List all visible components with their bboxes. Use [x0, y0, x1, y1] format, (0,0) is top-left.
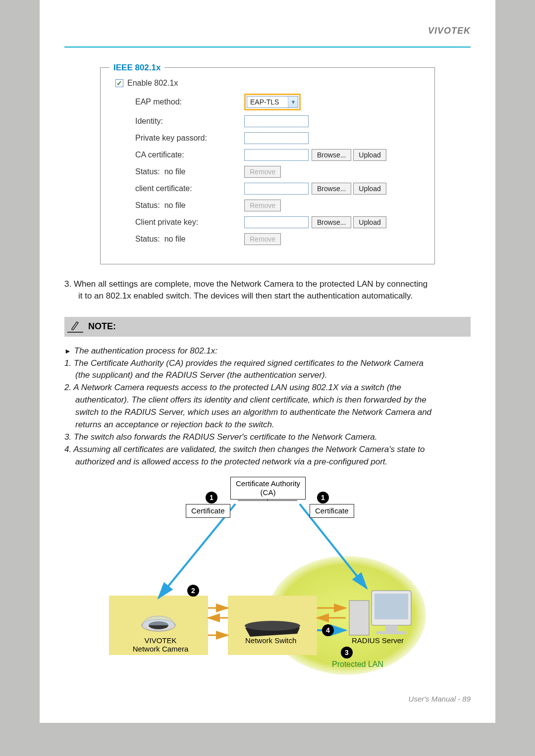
- page-container: VIVOTEK IEEE 802.1x ✓ Enable 802.1x EAP …: [40, 0, 495, 723]
- client-cert-status-row: Status: no file Remove: [115, 200, 420, 211]
- client-cert-browse-button[interactable]: Browse...: [312, 183, 351, 195]
- note-bar: NOTE:: [64, 317, 471, 337]
- chevron-down-icon: ▼: [288, 97, 298, 107]
- private-key-pw-label: Private key passord:: [115, 134, 244, 143]
- enable-8021x-label: Enable 802.1x: [127, 79, 178, 88]
- protected-lan-label: Protected LAN: [332, 660, 383, 669]
- network-switch-label: Network Switch: [245, 636, 296, 645]
- client-pk-status-row: Status: no file Remove: [115, 233, 420, 245]
- svg-marker-0: [72, 322, 78, 330]
- note-p1b: (the supplicant) and the RADIUS Server (…: [64, 370, 471, 381]
- footer-page: 89: [462, 695, 471, 703]
- step-1-right: 1: [317, 492, 329, 504]
- auth-diagram: Certificate Authority(CA) Certificate Ce…: [109, 477, 426, 685]
- step-1-left: 1: [206, 492, 217, 504]
- ca-cert-row: CA certificate: Browse... Upload: [115, 149, 420, 161]
- client-pk-upload-button[interactable]: Upload: [353, 216, 386, 228]
- svg-line-1: [159, 504, 235, 598]
- identity-row: Identity:: [115, 115, 420, 127]
- header-divider: [64, 47, 471, 48]
- ca-cert-upload-button[interactable]: Upload: [353, 149, 386, 161]
- ca-box: Certificate Authority(CA): [230, 477, 306, 500]
- identity-label: Identity:: [115, 117, 244, 126]
- svg-rect-17: [385, 625, 397, 631]
- ca-cert-file-input[interactable]: [244, 149, 309, 161]
- note-p2b: authenticator). The client offers its id…: [64, 395, 471, 406]
- note-p2d: returns an acceptance or rejection back …: [64, 419, 471, 431]
- ca-cert-label: CA certificate:: [115, 151, 244, 159]
- step-3-text: 3. When all settings are complete, move …: [64, 278, 471, 302]
- client-pk-file-input[interactable]: [244, 216, 309, 228]
- cert-right-box: Certificate: [310, 504, 354, 518]
- eap-method-row: EAP method: EAP-TLS ▼: [115, 94, 420, 110]
- ca-cert-browse-button[interactable]: Browse...: [312, 149, 351, 161]
- svg-rect-16: [374, 594, 408, 619]
- ca-cert-status-row: Status: no file Remove: [115, 166, 420, 178]
- switch-icon: [243, 613, 302, 639]
- client-cert-remove-button[interactable]: Remove: [244, 200, 281, 211]
- ca-cert-status-label: Status: no file: [115, 167, 244, 176]
- footer-text: User's Manual -: [409, 695, 463, 703]
- client-pk-remove-button[interactable]: Remove: [244, 233, 281, 245]
- eap-method-value: EAP-TLS: [247, 98, 288, 106]
- private-key-pw-row: Private key passord:: [115, 132, 420, 144]
- enable-8021x-checkbox[interactable]: ✓: [115, 79, 123, 87]
- note-p4a: 4. Assuming all certificates are validat…: [64, 444, 471, 455]
- client-cert-status-label: Status: no file: [115, 201, 244, 210]
- note-title: NOTE:: [88, 321, 116, 332]
- client-pk-row: Client private key: Browse... Upload: [115, 216, 420, 228]
- client-cert-file-input[interactable]: [244, 183, 309, 195]
- ieee-8021x-fieldset: IEEE 802.1x ✓ Enable 802.1x EAP method: …: [100, 67, 435, 264]
- vivotek-camera-label: VIVOTEKNetwork Camera: [126, 636, 195, 653]
- client-cert-label: client certificate:: [115, 184, 244, 193]
- fieldset-legend: IEEE 802.1x: [109, 63, 164, 73]
- note-body: The authentication process for 802.1x: 1…: [64, 346, 471, 468]
- note-p3: 3. The switch also forwards the RADIUS S…: [64, 432, 471, 443]
- private-key-pw-input[interactable]: [244, 132, 309, 144]
- cert-left-box: Certificate: [186, 504, 230, 518]
- svg-point-13: [245, 621, 300, 631]
- client-pk-status-label: Status: no file: [115, 235, 244, 244]
- step-4: 4: [322, 624, 334, 636]
- note-p4b: authorized and is allowed access to the …: [64, 456, 471, 468]
- note-p1a: 1. The Certificate Authority (CA) provid…: [64, 358, 471, 369]
- client-pk-label: Client private key:: [115, 218, 244, 227]
- footer: User's Manual - 89: [409, 695, 471, 703]
- camera-icon: [139, 603, 178, 634]
- radius-server-icon: [347, 581, 416, 642]
- eap-method-label: EAP method:: [115, 98, 244, 106]
- pencil-icon: [67, 320, 83, 333]
- note-p2a: 2. A Network Camera requests access to t…: [64, 382, 471, 394]
- client-pk-browse-button[interactable]: Browse...: [312, 216, 351, 228]
- enable-8021x-row: ✓ Enable 802.1x: [115, 79, 420, 88]
- note-intro: The authentication process for 802.1x:: [64, 346, 471, 357]
- svg-rect-14: [349, 601, 369, 635]
- eap-method-select[interactable]: EAP-TLS ▼: [247, 96, 298, 108]
- svg-rect-18: [376, 631, 406, 634]
- brand-label: VIVOTEK: [428, 26, 471, 36]
- client-cert-upload-button[interactable]: Upload: [353, 183, 386, 195]
- ca-cert-remove-button[interactable]: Remove: [244, 166, 281, 178]
- eap-method-highlight: EAP-TLS ▼: [244, 94, 301, 110]
- step-2: 2: [187, 585, 199, 597]
- radius-server-label: RADIUS Server: [352, 636, 404, 645]
- note-p2c: switch to the RADIUS Server, which uses …: [64, 407, 471, 418]
- step-3: 3: [341, 647, 353, 658]
- client-cert-row: client certificate: Browse... Upload: [115, 183, 420, 195]
- identity-input[interactable]: [244, 115, 309, 127]
